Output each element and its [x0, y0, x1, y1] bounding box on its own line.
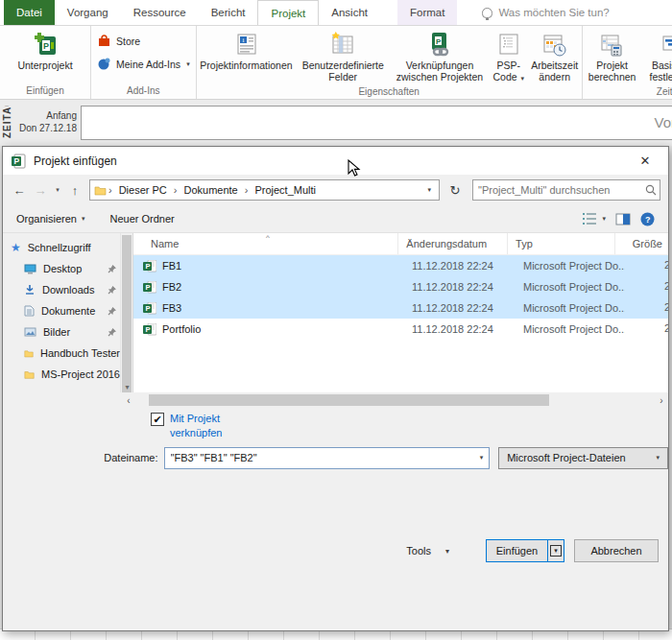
search-box[interactable]	[472, 179, 660, 201]
filetype-dropdown[interactable]: Microsoft Project-Dateien ▾	[498, 447, 668, 469]
sort-ascending-icon: ^	[266, 233, 270, 242]
sidebar-item-microsoft-project[interactable]: P Microsoft Project	[3, 390, 120, 392]
history-chevron-icon[interactable]: ▾	[53, 186, 62, 194]
chevron-down-icon: ▾	[656, 454, 660, 462]
forward-icon[interactable]: →	[32, 183, 49, 198]
verknuepfungen-zwischen-projekten-button[interactable]: P Verknüpfungen zwischen Projekten	[390, 28, 490, 83]
horizontal-scroll-track[interactable]	[137, 394, 651, 406]
sidebar-item-ms-project-2016[interactable]: MS-Project 2016	[3, 364, 120, 385]
desktop-icon	[24, 264, 36, 274]
file-row-fb3[interactable]: PFB3 11.12.2018 22:24 Microsoft Project …	[133, 297, 668, 319]
project-file-icon: P	[143, 281, 156, 294]
neuer-ordner-button[interactable]: Neuer Ordner	[110, 213, 175, 225]
tab-bericht[interactable]: Bericht	[199, 0, 258, 25]
up-icon[interactable]: ↑	[66, 183, 84, 198]
tab-projekt[interactable]: Projekt	[257, 0, 319, 25]
tab-format[interactable]: Format	[397, 0, 457, 25]
back-icon[interactable]: ←	[11, 183, 28, 198]
ribbon-tab-bar: Datei Vorgang Ressource Bericht Projekt …	[0, 0, 672, 26]
close-icon[interactable]: ✕	[630, 154, 660, 168]
dialog-nav-bar: ← → ▾ ↑ › Dieser PC › Dokumente › Projec…	[3, 175, 668, 205]
meine-addins-button[interactable]: Meine Add-Ins ▾	[97, 57, 190, 71]
basisplan-label-2: festlegen ▾	[650, 71, 672, 84]
pin-icon	[108, 286, 116, 295]
scroll-left-icon[interactable]: ‹	[122, 395, 135, 406]
dialog-title-bar[interactable]: P Projekt einfügen ✕	[3, 147, 668, 175]
timeline-bar[interactable]: Vor	[81, 106, 672, 140]
breadcrumb-item-dieser-pc[interactable]: Dieser PC	[114, 184, 172, 196]
ribbon-group-addins: Store Meine Add-Ins ▾ Add-Ins	[91, 26, 197, 99]
unterprojekt-button[interactable]: P Unterprojekt	[0, 28, 90, 71]
projekt-berechnen-label-2: berechnen	[588, 71, 636, 83]
sidebar-item-handbuch-tester[interactable]: Handbuch Tester	[3, 343, 120, 364]
tools-button[interactable]: Tools ▾	[406, 545, 449, 557]
set-baseline-icon	[660, 30, 672, 59]
ribbon-group-zeitplan: Projekt berechnen Basisplan festlegen ▾ …	[583, 26, 672, 99]
benutzerdefinierte-felder-button[interactable]: Benutzerdefinierte Felder	[296, 28, 390, 83]
ms-project-window: { "colors": { "project_green": "#31752F"…	[0, 0, 672, 640]
ribbon-group-einfuegen: P Unterprojekt Einfügen	[0, 26, 91, 99]
einfuegen-button[interactable]: Einfügen	[487, 540, 547, 561]
link-project-label[interactable]: Mit Projekt verknüpfen	[170, 412, 222, 444]
addins-icon	[97, 57, 111, 71]
tab-vorgang[interactable]: Vorgang	[55, 0, 121, 25]
file-row-fb1[interactable]: PFB1 11.12.2018 22:24 Microsoft Project …	[133, 255, 668, 276]
projekt-berechnen-button[interactable]: Projekt berechnen	[583, 28, 642, 83]
view-mode-button[interactable]: ▾	[582, 212, 606, 225]
group-label-addins: Add-Ins	[91, 83, 196, 99]
address-dropdown-icon[interactable]: ▾	[423, 186, 435, 194]
einfuegen-dropdown[interactable]: ▾	[547, 540, 564, 561]
einfuegen-split-button[interactable]: Einfügen ▾	[486, 539, 564, 562]
organisieren-button[interactable]: Organisieren ▾	[16, 213, 85, 225]
abbrechen-button[interactable]: Abbrechen	[574, 539, 659, 562]
benutzerdefinierte-felder-label-1: Benutzerdefinierte	[302, 59, 384, 71]
breadcrumb-item-dokumente[interactable]: Dokumente	[179, 184, 242, 196]
chevron-down-icon[interactable]: ▾	[474, 454, 490, 462]
sidebar-item-bilder[interactable]: Bilder	[3, 321, 120, 343]
quick-access-star-icon: ★	[11, 241, 21, 254]
list-view-icon	[582, 212, 597, 225]
sidebar-scrollbar-thumb[interactable]	[122, 235, 132, 392]
psp-code-button[interactable]: PSP- Code ▾	[490, 28, 528, 84]
benutzerdefinierte-felder-label-2: Felder	[328, 71, 357, 83]
file-row-portfolio[interactable]: PPortfolio 11.12.2018 22:24 Microsoft Pr…	[133, 319, 668, 340]
arbeitszeit-aendern-button[interactable]: Arbeitszeit ändern	[528, 28, 582, 83]
refresh-icon[interactable]: ↻	[445, 183, 465, 198]
sidebar-item-desktop[interactable]: Desktop	[3, 258, 120, 279]
scroll-right-icon[interactable]: ›	[655, 395, 668, 406]
horizontal-scrollbar: ‹ ›	[3, 392, 668, 408]
horizontal-scroll-thumb[interactable]	[149, 394, 549, 406]
basisplan-festlegen-button[interactable]: Basisplan festlegen ▾	[642, 28, 672, 84]
project-app-icon: P	[11, 154, 26, 169]
breadcrumb-item-project-multi[interactable]: Project_Multi	[250, 184, 321, 196]
tab-datei[interactable]: Datei	[4, 0, 55, 25]
help-icon[interactable]: ?	[640, 212, 655, 226]
file-row-fb2[interactable]: PFB2 11.12.2018 22:24 Microsoft Project …	[133, 276, 668, 297]
pictures-icon	[24, 327, 36, 337]
sidebar-item-schnellzugriff[interactable]: ★ Schnellzugriff	[3, 237, 120, 258]
sidebar-item-dokumente[interactable]: Dokumente	[3, 300, 120, 321]
chevron-down-icon: ▾	[521, 75, 525, 82]
preview-pane-icon[interactable]	[615, 213, 631, 225]
filename-combobox[interactable]: ▾	[164, 447, 491, 469]
sidebar-scrollbar[interactable]: ▾	[120, 233, 132, 392]
filename-input[interactable]	[165, 452, 473, 463]
store-button[interactable]: Store	[97, 34, 190, 48]
meine-addins-label: Meine Add-Ins	[116, 59, 180, 70]
tab-ansicht[interactable]: Ansicht	[319, 0, 380, 25]
tell-me-box[interactable]: Was möchten Sie tun?	[482, 0, 609, 25]
column-header-size[interactable]: Größe	[615, 233, 668, 254]
store-label: Store	[116, 36, 140, 47]
breadcrumb-separator: ›	[108, 184, 112, 196]
search-input[interactable]	[473, 184, 642, 196]
tab-ressource[interactable]: Ressource	[121, 0, 199, 25]
chevron-down-icon: ▾	[82, 215, 85, 223]
column-header-date[interactable]: Änderungsdatum	[398, 233, 508, 254]
projektinformationen-button[interactable]: i Projektinformationen	[197, 28, 297, 71]
project-file-icon: P	[143, 302, 156, 315]
column-header-type[interactable]: Typ	[508, 233, 615, 254]
sidebar-item-downloads[interactable]: Downloads	[3, 279, 120, 300]
link-project-checkbox[interactable]: ✔	[151, 413, 164, 426]
address-bar[interactable]: › Dieser PC › Dokumente › Project_Multi …	[89, 179, 440, 201]
lightbulb-icon	[482, 8, 492, 18]
